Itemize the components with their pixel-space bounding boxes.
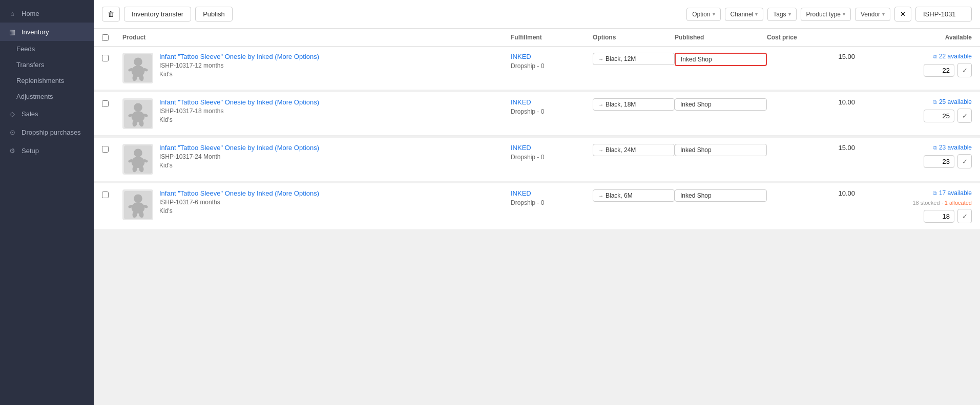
sidebar-item-inventory[interactable]: ▦ Inventory [0, 23, 94, 41]
published-badge[interactable]: Inked Shop [675, 98, 767, 111]
option-badge[interactable]: → Black, 6M [593, 189, 675, 202]
table-header: Product Fulfillment Options Published Co… [94, 29, 980, 47]
svg-point-8 [134, 103, 142, 112]
sidebar-item-home[interactable]: ⌂ Home [0, 4, 94, 23]
fulfillment-sub: Dropship - 0 [511, 108, 593, 115]
svg-point-22 [134, 194, 142, 203]
fulfillment-cell: INKED Dropship - 0 [511, 144, 593, 161]
available-badge: ⧉ 17 available [933, 189, 972, 197]
home-icon: ⌂ [8, 9, 16, 17]
confirm-qty-button-2[interactable]: ✓ [957, 154, 972, 168]
sidebar-item-replenishments[interactable]: Replenishments [0, 73, 94, 89]
row-checkbox-cell [102, 98, 122, 107]
toolbar: 🗑 Inventory transfer Publish Option ▾ Ch… [94, 0, 980, 29]
cost-price-value: 15.00 [767, 53, 859, 60]
confirm-qty-button-3[interactable]: ✓ [957, 209, 972, 223]
filter-vendor-button[interactable]: Vendor ▾ [855, 8, 890, 21]
product-cell: Infant "Tattoo Sleeve" Onesie by Inked (… [122, 98, 511, 129]
product-name[interactable]: Infant "Tattoo Sleeve" Onesie by Inked (… [159, 98, 319, 106]
filter-option-button[interactable]: Option ▾ [686, 8, 720, 21]
qty-input-1[interactable] [924, 110, 954, 122]
product-image [122, 144, 153, 175]
product-name[interactable]: Infant "Tattoo Sleeve" Onesie by Inked (… [159, 53, 319, 60]
available-badge: ⧉ 23 available [933, 144, 972, 151]
sidebar-label-inventory: Inventory [22, 28, 49, 36]
sidebar-label-feeds: Feeds [16, 45, 35, 53]
fulfillment-cell: INKED Dropship - 0 [511, 189, 593, 206]
search-input[interactable] [915, 7, 972, 22]
published-badge[interactable]: Inked Shop [675, 53, 767, 66]
fulfillment-sub: Dropship - 0 [511, 62, 593, 70]
filter-vendor-label: Vendor [861, 11, 880, 18]
confirm-qty-button-0[interactable]: ✓ [957, 63, 972, 77]
sidebar-item-dropship[interactable]: ⊙ Dropship purchases [0, 123, 94, 141]
toolbar-right: Option ▾ Channel ▾ Tags ▾ Product type ▾… [686, 7, 972, 22]
confirm-qty-button-1[interactable]: ✓ [957, 109, 972, 123]
cost-price-cell: 15.00 [767, 144, 859, 152]
sidebar-item-feeds[interactable]: Feeds [0, 41, 94, 57]
available-badge: ⧉ 25 available [933, 98, 972, 105]
published-badge[interactable]: Inked Shop [675, 189, 767, 202]
trash-icon: 🗑 [108, 10, 114, 18]
published-cell: Inked Shop [675, 98, 767, 111]
product-sku: ISHP-10317-18 months [159, 108, 319, 115]
option-badge[interactable]: → Black, 12M [593, 53, 675, 65]
product-image [122, 98, 153, 129]
options-cell: → Black, 24M [593, 144, 675, 156]
sidebar-item-adjustments[interactable]: Adjustments [0, 89, 94, 104]
option-badge[interactable]: → Black, 18M [593, 98, 675, 111]
sidebar-item-transfers[interactable]: Transfers [0, 57, 94, 73]
filter-product-type-button[interactable]: Product type ▾ [801, 8, 851, 21]
publish-button[interactable]: Publish [195, 7, 233, 22]
inventory-transfer-label: Inventory transfer [132, 10, 183, 18]
arrow-icon: → [598, 56, 603, 62]
svg-point-2 [131, 66, 144, 77]
product-category: Kid's [159, 162, 319, 169]
inventory-transfer-button[interactable]: Inventory transfer [124, 7, 191, 22]
sidebar-item-sales[interactable]: ◇ Sales [0, 104, 94, 123]
sidebar-label-setup: Setup [22, 147, 39, 155]
cost-price-cell: 15.00 [767, 53, 859, 60]
available-label: 23 available [939, 144, 972, 151]
qty-input-2[interactable] [924, 155, 954, 168]
filter-tags-label: Tags [773, 11, 786, 18]
sales-icon: ◇ [8, 110, 16, 118]
row-checkbox-2[interactable] [102, 146, 109, 153]
option-badge[interactable]: → Black, 24M [593, 144, 675, 156]
available-badge: ⧉ 22 available [933, 53, 972, 60]
cost-price-cell: 10.00 [767, 189, 859, 197]
fulfillment-name: INKED [511, 98, 593, 106]
product-name[interactable]: Infant "Tattoo Sleeve" Onesie by Inked (… [159, 144, 319, 152]
row-checkbox-3[interactable] [102, 191, 109, 198]
available-label: 25 available [939, 98, 972, 105]
qty-input-3[interactable] [924, 210, 954, 223]
product-name[interactable]: Infant "Tattoo Sleeve" Onesie by Inked (… [159, 189, 319, 197]
clear-filter-icon: ✕ [900, 10, 906, 18]
filter-channel-button[interactable]: Channel ▾ [725, 8, 764, 21]
sidebar-label-transfers: Transfers [16, 61, 44, 69]
filter-tags-button[interactable]: Tags ▾ [767, 8, 796, 21]
available-cell: ⧉ 23 available ✓ [859, 144, 972, 168]
copy-icon: ⧉ [933, 53, 937, 60]
sidebar-item-setup[interactable]: ⚙ Setup [0, 141, 94, 160]
fulfillment-cell: INKED Dropship - 0 [511, 98, 593, 115]
row-checkbox-1[interactable] [102, 100, 109, 107]
qty-input-0[interactable] [924, 64, 954, 77]
available-cell: ⧉ 22 available ✓ [859, 53, 972, 77]
row-checkbox-0[interactable] [102, 55, 109, 61]
dropship-icon: ⊙ [8, 128, 16, 136]
product-sku: ISHP-10317-24 Month [159, 153, 319, 160]
clear-filter-button[interactable]: ✕ [894, 7, 911, 22]
sidebar-label-home: Home [22, 10, 39, 17]
published-badge[interactable]: Inked Shop [675, 144, 767, 156]
trash-button[interactable]: 🗑 [102, 7, 120, 22]
svg-point-9 [131, 111, 144, 122]
available-label: 17 available [939, 189, 972, 197]
select-all-checkbox[interactable] [102, 34, 109, 41]
sidebar-label-replenishments: Replenishments [16, 77, 64, 84]
product-info: Infant "Tattoo Sleeve" Onesie by Inked (… [153, 189, 319, 215]
table-row: Infant "Tattoo Sleeve" Onesie by Inked (… [94, 92, 980, 136]
allocated-label: 1 allocated [945, 200, 972, 206]
filter-tags-chevron: ▾ [788, 11, 791, 17]
fulfillment-sub: Dropship - 0 [511, 154, 593, 161]
